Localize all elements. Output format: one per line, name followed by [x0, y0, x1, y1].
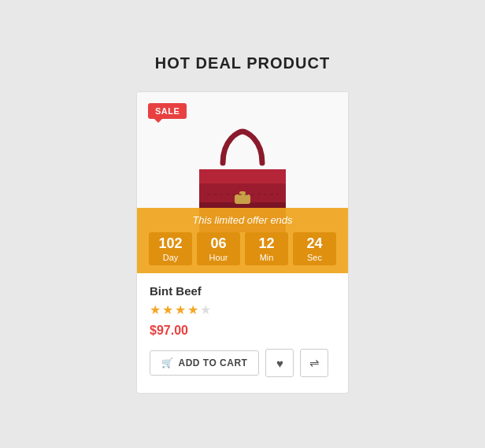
svg-rect-4 — [239, 191, 246, 196]
star-5: ★ — [200, 302, 211, 317]
countdown-hour-label: Hour — [197, 253, 240, 262]
wishlist-button[interactable]: ♥ — [265, 349, 294, 377]
countdown-min-value: 12 — [245, 235, 288, 253]
section-title: HOT DEAL PRODUCT — [155, 54, 330, 72]
countdown-sec-label: Sec — [293, 253, 336, 262]
product-price: $97.00 — [150, 324, 335, 338]
svg-rect-2 — [199, 169, 286, 183]
star-4: ★ — [187, 302, 198, 317]
offer-text: This limited offer ends — [137, 214, 348, 226]
add-to-cart-label: ADD TO CART — [179, 357, 248, 368]
action-row: 🛒 ADD TO CART ♥ ⇌ — [137, 349, 348, 377]
sale-badge: SALE — [148, 103, 187, 119]
countdown-hour-value: 06 — [197, 235, 240, 253]
cart-icon: 🛒 — [161, 357, 174, 368]
star-rating: ★ ★ ★ ★ ★ — [150, 302, 335, 317]
heart-icon: ♥ — [276, 357, 283, 370]
star-3: ★ — [175, 302, 186, 317]
compare-icon: ⇌ — [309, 356, 320, 370]
product-card: SALE This limited offer ends — [136, 91, 349, 394]
countdown-min: 12 Min — [245, 232, 288, 265]
countdown-min-label: Min — [245, 253, 288, 262]
countdown-sec: 24 Sec — [293, 232, 336, 265]
star-2: ★ — [162, 302, 173, 317]
countdown-day: 102 Day — [149, 232, 192, 265]
countdown-day-label: Day — [149, 253, 192, 262]
page-wrapper: HOT DEAL PRODUCT SALE — [0, 31, 485, 417]
countdown-row: 102 Day 06 Hour 12 Min 24 — [137, 232, 348, 265]
countdown-hour: 06 Hour — [197, 232, 240, 265]
compare-button[interactable]: ⇌ — [300, 349, 328, 377]
star-1: ★ — [150, 302, 161, 317]
product-name: Bint Beef — [150, 284, 335, 298]
add-to-cart-button[interactable]: 🛒 ADD TO CART — [150, 350, 259, 376]
product-image-area: SALE This limited offer ends — [137, 92, 348, 273]
countdown-day-value: 102 — [149, 235, 192, 253]
countdown-sec-value: 24 — [293, 235, 336, 253]
countdown-overlay: This limited offer ends 102 Day 06 Hour … — [137, 208, 348, 273]
product-info: Bint Beef ★ ★ ★ ★ ★ $97.00 — [137, 273, 348, 338]
